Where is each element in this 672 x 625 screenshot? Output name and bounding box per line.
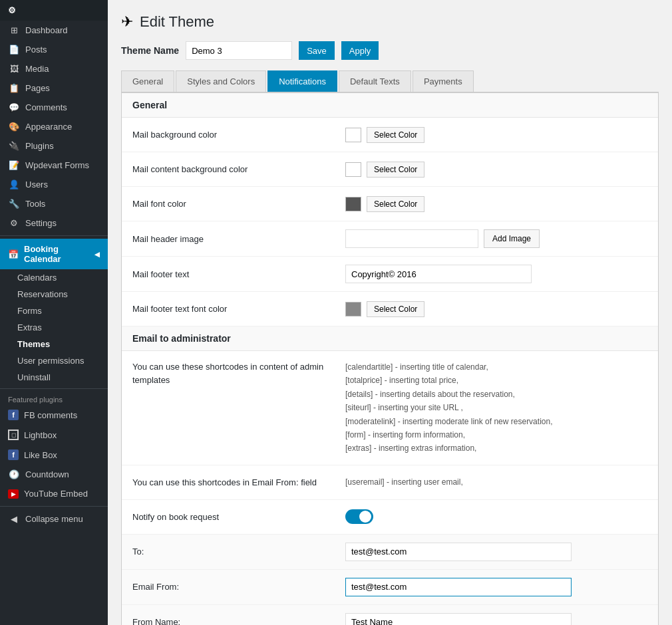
youtube-icon: ▶: [8, 489, 19, 499]
sidebar: ⚙ ⊞ Dashboard 📄 Posts 🖼 Media 📋 Pages 💬 …: [0, 0, 108, 625]
from-name-input[interactable]: [345, 613, 572, 625]
to-value: [345, 543, 647, 561]
sidebar-item-forms[interactable]: Forms: [0, 303, 108, 319]
sidebar-item-pages[interactable]: 📋 Pages: [0, 78, 108, 98]
tab-payments[interactable]: Payments: [413, 70, 474, 92]
mail-footer-text-value: [345, 265, 647, 283]
shortcode-3: [siteurl] - inserting your site URL ,: [345, 401, 552, 414]
sidebar-item-label: Collapse menu: [25, 514, 83, 524]
sidebar-item-extras[interactable]: Extras: [0, 319, 108, 336]
notify-row: Notify on book request: [122, 500, 658, 535]
mail-footer-font-color-preview: [345, 302, 361, 316]
appearance-icon: 🎨: [8, 122, 20, 132]
sidebar-item-calendars[interactable]: Calendars: [0, 269, 108, 286]
sidebar-item-booking-calendar[interactable]: 📅 Booking Calendar ◀: [0, 239, 108, 269]
sidebar-item-dashboard[interactable]: ⊞ Dashboard: [0, 21, 108, 40]
mail-bg-color-label: Mail background color: [132, 130, 345, 140]
mail-footer-text-input[interactable]: [345, 265, 532, 283]
to-row: To:: [122, 535, 658, 570]
tab-default-texts[interactable]: Default Texts: [339, 70, 411, 92]
sidebar-item-fb-comments[interactable]: f FB comments: [0, 405, 108, 425]
email-from-shortcode-text: [useremail] - inserting user email,: [345, 477, 463, 487]
notify-label: Notify on book request: [132, 512, 345, 522]
tab-styles-colors[interactable]: Styles and Colors: [176, 70, 266, 92]
mail-bg-color-button[interactable]: Select Color: [367, 127, 424, 143]
theme-name-label: Theme Name: [121, 45, 179, 56]
sidebar-sub-label: Themes: [17, 339, 50, 349]
shortcode-5: [form] - inserting form information,: [345, 428, 552, 441]
sidebar-sub-label: Uninstall: [17, 372, 51, 382]
posts-icon: 📄: [8, 45, 20, 55]
sidebar-item-label: Media: [25, 64, 49, 74]
add-image-button[interactable]: Add Image: [484, 229, 540, 248]
sidebar-item-countdown[interactable]: 🕐 Countdown: [0, 465, 108, 484]
mail-content-bg-color-label: Mail content background color: [132, 164, 345, 174]
theme-name-row: Theme Name Save Apply: [121, 41, 659, 60]
sidebar-item-user-permissions[interactable]: User permissions: [0, 352, 108, 369]
sidebar-item-posts[interactable]: 📄 Posts: [0, 40, 108, 59]
sidebar-item-reservations[interactable]: Reservations: [0, 286, 108, 303]
page-header-icon: ✈: [121, 13, 133, 31]
mail-footer-font-color-row: Mail footer text font color Select Color: [122, 292, 658, 326]
sidebar-item-label: Appearance: [25, 122, 72, 132]
apply-button[interactable]: Apply: [341, 41, 379, 60]
mail-content-bg-color-button[interactable]: Select Color: [367, 162, 424, 178]
sidebar-item-youtube-embed[interactable]: ▶ YouTube Embed: [0, 484, 108, 503]
shortcodes-row: You can use these shortcodes in content …: [122, 351, 658, 465]
settings-icon: ⚙: [8, 218, 20, 228]
sidebar-logo: ⚙: [0, 0, 108, 21]
notify-toggle[interactable]: [345, 509, 373, 524]
sidebar-collapse-menu[interactable]: ◀ Collapse menu: [0, 509, 108, 529]
sidebar-item-comments[interactable]: 💬 Comments: [0, 98, 108, 117]
mail-font-color-value: Select Color: [345, 196, 647, 212]
sidebar-item-tools[interactable]: 🔧 Tools: [0, 194, 108, 213]
sidebar-item-appearance[interactable]: 🎨 Appearance: [0, 117, 108, 136]
mail-bg-color-value: Select Color: [345, 127, 647, 143]
sidebar-item-label: Dashboard: [25, 25, 68, 35]
to-input[interactable]: [345, 543, 572, 561]
dashboard-icon: ⊞: [8, 25, 20, 35]
sidebar-item-label: Settings: [25, 218, 57, 228]
sidebar-item-themes[interactable]: Themes: [0, 336, 108, 352]
sidebar-item-wpdevart-forms[interactable]: 📝 Wpdevart Forms: [0, 156, 108, 175]
sidebar-item-uninstall[interactable]: Uninstall: [0, 369, 108, 386]
collapse-icon: ◀: [8, 514, 20, 524]
like-box-icon: f: [8, 449, 19, 460]
sidebar-item-label: FB comments: [24, 410, 77, 420]
sidebar-sub-label: Forms: [17, 306, 42, 316]
wpdevart-forms-icon: 📝: [8, 160, 20, 170]
shortcode-0: [calendartitle] - inserting title of cal…: [345, 360, 552, 374]
sidebar-item-label: Tools: [25, 199, 45, 209]
mail-footer-text-row: Mail footer text: [122, 257, 658, 292]
featured-plugins-label: Featured plugins: [0, 392, 108, 405]
mail-footer-font-color-button[interactable]: Select Color: [367, 301, 424, 317]
sidebar-item-plugins[interactable]: 🔌 Plugins: [0, 136, 108, 156]
save-button[interactable]: Save: [299, 41, 335, 60]
mail-font-color-button[interactable]: Select Color: [367, 196, 424, 212]
page-title: Edit Theme: [140, 13, 214, 31]
sidebar-item-label: Lightbox: [24, 430, 57, 440]
email-from-field-value: [345, 578, 647, 596]
sidebar-item-label: Users: [25, 180, 48, 189]
email-from-input[interactable]: [345, 578, 572, 596]
email-from-shortcode-row: You can use this shortcodes in Email Fro…: [122, 465, 658, 500]
theme-name-input[interactable]: [186, 41, 292, 60]
sidebar-item-media[interactable]: 🖼 Media: [0, 59, 108, 78]
pages-icon: 📋: [8, 83, 20, 93]
sidebar-item-settings[interactable]: ⚙ Settings: [0, 213, 108, 233]
mail-content-bg-color-value: Select Color: [345, 162, 647, 178]
sidebar-item-like-box[interactable]: f Like Box: [0, 445, 108, 465]
shortcode-2: [details] - inserting details about the …: [345, 388, 552, 401]
tabs: General Styles and Colors Notifications …: [121, 70, 659, 92]
tab-notifications[interactable]: Notifications: [267, 70, 337, 92]
sidebar-item-users[interactable]: 👤 Users: [0, 175, 108, 194]
from-name-value: [345, 613, 647, 625]
sidebar-item-label: Countdown: [25, 469, 69, 479]
tab-general[interactable]: General: [121, 70, 174, 92]
mail-font-color-row: Mail font color Select Color: [122, 187, 658, 221]
mail-header-image-input[interactable]: [345, 229, 478, 248]
email-from-shortcode-value: [useremail] - inserting user email,: [345, 477, 647, 487]
sidebar-item-label: Comments: [25, 102, 67, 112]
sidebar-item-lightbox[interactable]: ◻ Lightbox: [0, 425, 108, 445]
countdown-icon: 🕐: [8, 469, 20, 479]
